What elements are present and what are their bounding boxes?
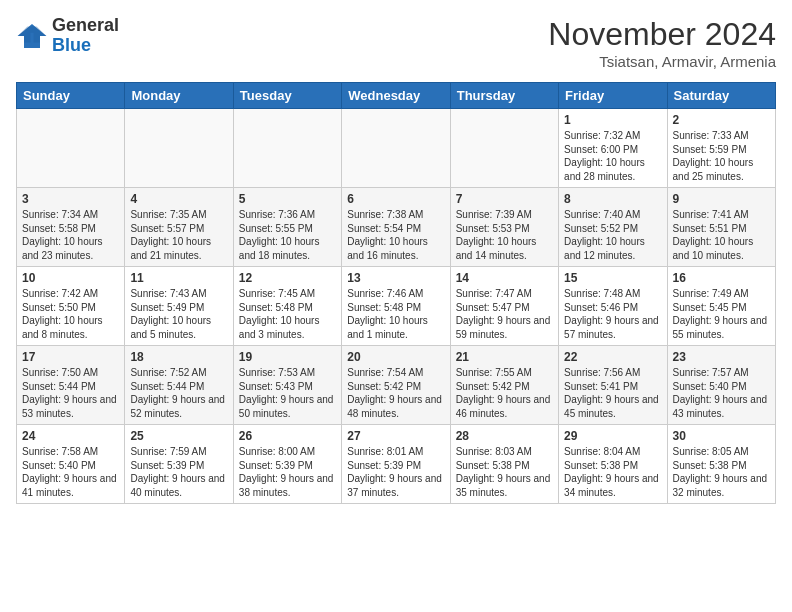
day-info: Sunrise: 7:55 AMSunset: 5:42 PMDaylight:… (456, 366, 553, 420)
calendar-cell: 11Sunrise: 7:43 AMSunset: 5:49 PMDayligh… (125, 267, 233, 346)
day-info: Sunrise: 7:53 AMSunset: 5:43 PMDaylight:… (239, 366, 336, 420)
day-number: 22 (564, 350, 661, 364)
day-number: 26 (239, 429, 336, 443)
calendar-cell: 30Sunrise: 8:05 AMSunset: 5:38 PMDayligh… (667, 425, 775, 504)
day-number: 1 (564, 113, 661, 127)
calendar-cell: 15Sunrise: 7:48 AMSunset: 5:46 PMDayligh… (559, 267, 667, 346)
calendar-header-monday: Monday (125, 83, 233, 109)
calendar-cell: 2Sunrise: 7:33 AMSunset: 5:59 PMDaylight… (667, 109, 775, 188)
calendar-cell: 19Sunrise: 7:53 AMSunset: 5:43 PMDayligh… (233, 346, 341, 425)
calendar-week-3: 10Sunrise: 7:42 AMSunset: 5:50 PMDayligh… (17, 267, 776, 346)
day-number: 18 (130, 350, 227, 364)
day-info: Sunrise: 7:38 AMSunset: 5:54 PMDaylight:… (347, 208, 444, 262)
logo: General Blue (16, 16, 119, 56)
day-info: Sunrise: 7:57 AMSunset: 5:40 PMDaylight:… (673, 366, 770, 420)
calendar-cell: 21Sunrise: 7:55 AMSunset: 5:42 PMDayligh… (450, 346, 558, 425)
day-number: 8 (564, 192, 661, 206)
calendar-week-5: 24Sunrise: 7:58 AMSunset: 5:40 PMDayligh… (17, 425, 776, 504)
day-number: 30 (673, 429, 770, 443)
calendar-week-1: 1Sunrise: 7:32 AMSunset: 6:00 PMDaylight… (17, 109, 776, 188)
calendar-cell: 12Sunrise: 7:45 AMSunset: 5:48 PMDayligh… (233, 267, 341, 346)
day-number: 14 (456, 271, 553, 285)
calendar-cell (450, 109, 558, 188)
day-number: 20 (347, 350, 444, 364)
day-number: 12 (239, 271, 336, 285)
day-info: Sunrise: 7:52 AMSunset: 5:44 PMDaylight:… (130, 366, 227, 420)
day-info: Sunrise: 8:04 AMSunset: 5:38 PMDaylight:… (564, 445, 661, 499)
day-info: Sunrise: 7:59 AMSunset: 5:39 PMDaylight:… (130, 445, 227, 499)
logo-blue: Blue (52, 35, 91, 55)
day-info: Sunrise: 7:39 AMSunset: 5:53 PMDaylight:… (456, 208, 553, 262)
month-title: November 2024 (548, 16, 776, 53)
day-info: Sunrise: 7:36 AMSunset: 5:55 PMDaylight:… (239, 208, 336, 262)
day-number: 7 (456, 192, 553, 206)
day-number: 27 (347, 429, 444, 443)
calendar-header-row: SundayMondayTuesdayWednesdayThursdayFrid… (17, 83, 776, 109)
day-info: Sunrise: 7:45 AMSunset: 5:48 PMDaylight:… (239, 287, 336, 341)
calendar-cell: 6Sunrise: 7:38 AMSunset: 5:54 PMDaylight… (342, 188, 450, 267)
day-info: Sunrise: 7:33 AMSunset: 5:59 PMDaylight:… (673, 129, 770, 183)
day-info: Sunrise: 7:42 AMSunset: 5:50 PMDaylight:… (22, 287, 119, 341)
calendar-cell: 13Sunrise: 7:46 AMSunset: 5:48 PMDayligh… (342, 267, 450, 346)
day-number: 9 (673, 192, 770, 206)
calendar-cell: 25Sunrise: 7:59 AMSunset: 5:39 PMDayligh… (125, 425, 233, 504)
calendar-header-thursday: Thursday (450, 83, 558, 109)
day-number: 15 (564, 271, 661, 285)
day-number: 11 (130, 271, 227, 285)
logo-general: General (52, 15, 119, 35)
day-number: 29 (564, 429, 661, 443)
day-number: 16 (673, 271, 770, 285)
day-info: Sunrise: 8:01 AMSunset: 5:39 PMDaylight:… (347, 445, 444, 499)
calendar-cell: 27Sunrise: 8:01 AMSunset: 5:39 PMDayligh… (342, 425, 450, 504)
day-info: Sunrise: 7:41 AMSunset: 5:51 PMDaylight:… (673, 208, 770, 262)
day-info: Sunrise: 8:05 AMSunset: 5:38 PMDaylight:… (673, 445, 770, 499)
calendar-cell: 20Sunrise: 7:54 AMSunset: 5:42 PMDayligh… (342, 346, 450, 425)
day-info: Sunrise: 7:54 AMSunset: 5:42 PMDaylight:… (347, 366, 444, 420)
calendar-cell: 7Sunrise: 7:39 AMSunset: 5:53 PMDaylight… (450, 188, 558, 267)
day-number: 6 (347, 192, 444, 206)
calendar-cell: 4Sunrise: 7:35 AMSunset: 5:57 PMDaylight… (125, 188, 233, 267)
day-number: 17 (22, 350, 119, 364)
calendar-cell: 10Sunrise: 7:42 AMSunset: 5:50 PMDayligh… (17, 267, 125, 346)
day-info: Sunrise: 7:32 AMSunset: 6:00 PMDaylight:… (564, 129, 661, 183)
calendar-cell (342, 109, 450, 188)
calendar-header-tuesday: Tuesday (233, 83, 341, 109)
calendar-header-friday: Friday (559, 83, 667, 109)
day-info: Sunrise: 7:50 AMSunset: 5:44 PMDaylight:… (22, 366, 119, 420)
day-number: 21 (456, 350, 553, 364)
calendar-cell: 3Sunrise: 7:34 AMSunset: 5:58 PMDaylight… (17, 188, 125, 267)
calendar-cell: 17Sunrise: 7:50 AMSunset: 5:44 PMDayligh… (17, 346, 125, 425)
calendar-cell (17, 109, 125, 188)
logo-icon (16, 20, 48, 52)
calendar-cell: 22Sunrise: 7:56 AMSunset: 5:41 PMDayligh… (559, 346, 667, 425)
calendar-cell: 1Sunrise: 7:32 AMSunset: 6:00 PMDaylight… (559, 109, 667, 188)
calendar-cell: 28Sunrise: 8:03 AMSunset: 5:38 PMDayligh… (450, 425, 558, 504)
calendar-cell: 14Sunrise: 7:47 AMSunset: 5:47 PMDayligh… (450, 267, 558, 346)
calendar-cell: 26Sunrise: 8:00 AMSunset: 5:39 PMDayligh… (233, 425, 341, 504)
calendar-week-4: 17Sunrise: 7:50 AMSunset: 5:44 PMDayligh… (17, 346, 776, 425)
calendar-cell: 16Sunrise: 7:49 AMSunset: 5:45 PMDayligh… (667, 267, 775, 346)
calendar-cell: 29Sunrise: 8:04 AMSunset: 5:38 PMDayligh… (559, 425, 667, 504)
calendar-cell (233, 109, 341, 188)
day-number: 28 (456, 429, 553, 443)
location-text: Tsiatsan, Armavir, Armenia (548, 53, 776, 70)
day-info: Sunrise: 7:58 AMSunset: 5:40 PMDaylight:… (22, 445, 119, 499)
calendar-cell: 23Sunrise: 7:57 AMSunset: 5:40 PMDayligh… (667, 346, 775, 425)
title-section: November 2024 Tsiatsan, Armavir, Armenia (548, 16, 776, 70)
day-number: 23 (673, 350, 770, 364)
day-info: Sunrise: 7:34 AMSunset: 5:58 PMDaylight:… (22, 208, 119, 262)
day-number: 10 (22, 271, 119, 285)
calendar-header-saturday: Saturday (667, 83, 775, 109)
calendar-table: SundayMondayTuesdayWednesdayThursdayFrid… (16, 82, 776, 504)
day-number: 4 (130, 192, 227, 206)
calendar-cell: 9Sunrise: 7:41 AMSunset: 5:51 PMDaylight… (667, 188, 775, 267)
day-info: Sunrise: 8:00 AMSunset: 5:39 PMDaylight:… (239, 445, 336, 499)
day-number: 25 (130, 429, 227, 443)
day-info: Sunrise: 7:49 AMSunset: 5:45 PMDaylight:… (673, 287, 770, 341)
calendar-cell: 5Sunrise: 7:36 AMSunset: 5:55 PMDaylight… (233, 188, 341, 267)
day-number: 19 (239, 350, 336, 364)
day-number: 24 (22, 429, 119, 443)
calendar-week-2: 3Sunrise: 7:34 AMSunset: 5:58 PMDaylight… (17, 188, 776, 267)
day-info: Sunrise: 7:47 AMSunset: 5:47 PMDaylight:… (456, 287, 553, 341)
calendar-header-sunday: Sunday (17, 83, 125, 109)
